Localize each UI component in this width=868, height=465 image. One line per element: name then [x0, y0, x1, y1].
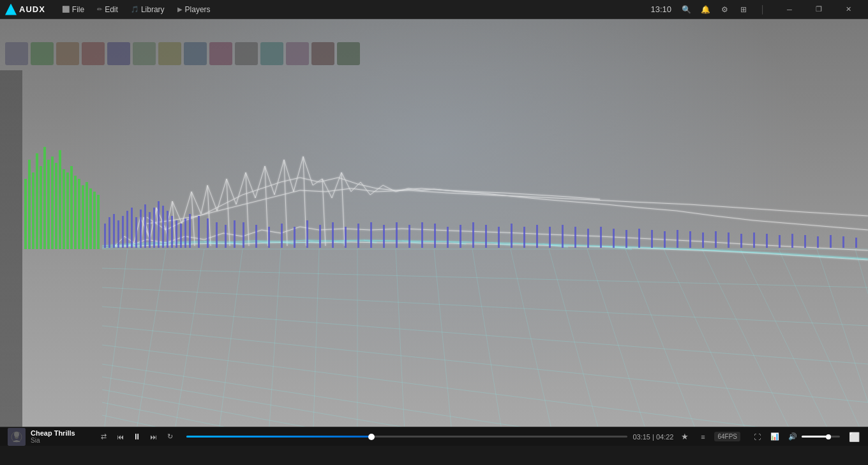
progress-fill [186, 436, 371, 438]
svg-rect-64 [113, 214, 115, 248]
svg-rect-154 [93, 192, 96, 249]
next-button[interactable]: ⏭ [147, 431, 160, 443]
svg-rect-151 [82, 185, 84, 249]
svg-rect-152 [86, 182, 88, 249]
menu-edit[interactable]: ✏ Edit [91, 0, 124, 19]
svg-rect-85 [225, 225, 227, 248]
svg-rect-144 [55, 163, 57, 249]
svg-rect-105 [472, 222, 474, 248]
svg-rect-102 [434, 224, 436, 248]
svg-rect-130 [791, 234, 793, 248]
svg-rect-100 [408, 225, 410, 248]
svg-rect-150 [78, 179, 80, 249]
svg-rect-120 [664, 231, 666, 248]
volume-bar[interactable] [802, 436, 840, 438]
time-display: 03:15 | 04:22 [632, 433, 673, 441]
menu-library[interactable]: 🎵 Library [124, 0, 171, 19]
svg-rect-123 [702, 232, 704, 248]
window-controls: ─ ❐ ✕ [775, 0, 863, 19]
svg-rect-94 [332, 222, 334, 248]
svg-rect-108 [511, 224, 513, 248]
expand-button[interactable]: ⛶ [751, 431, 763, 443]
svg-rect-138 [32, 172, 34, 249]
svg-rect-72 [149, 212, 151, 248]
svg-point-159 [14, 432, 19, 437]
svg-rect-84 [216, 222, 218, 248]
titlebar: AUDX ⬜ File ✏ Edit 🎵 Library ▶ Players 1… [0, 0, 868, 19]
svg-line-40 [227, 179, 230, 246]
menu-players[interactable]: ▶ Players [171, 0, 217, 19]
playback-controls: ⇄ ⏮ ⏸ ⏭ ↻ [97, 431, 176, 443]
menu-file[interactable]: ⬜ File [56, 0, 91, 19]
system-time: 13:10 [650, 4, 671, 14]
settings-button[interactable]: ⚙ [717, 3, 731, 17]
svg-line-26 [625, 249, 702, 446]
svg-rect-75 [162, 206, 164, 248]
svg-rect-98 [383, 225, 385, 248]
svg-rect-62 [104, 224, 106, 248]
volume-fill [802, 436, 828, 438]
svg-rect-129 [779, 235, 781, 248]
volume-area: 🔊 [786, 431, 840, 443]
svg-rect-131 [804, 235, 806, 248]
svg-rect-148 [70, 166, 73, 249]
spectrum-button[interactable]: 📊 [768, 431, 781, 443]
svg-rect-119 [651, 230, 653, 248]
svg-rect-99 [396, 222, 398, 248]
visualization-area: Cheap Thrills Sia ⇄ ⏮ ⏸ ⏭ ↻ 03:15 | 04:2… [0, 19, 868, 446]
svg-rect-109 [523, 227, 525, 248]
svg-rect-147 [66, 172, 69, 249]
svg-rect-136 [24, 179, 27, 249]
svg-rect-97 [370, 222, 372, 248]
svg-rect-74 [158, 201, 160, 248]
divider-line: │ [756, 3, 770, 17]
svg-rect-91 [294, 227, 296, 248]
bell-button[interactable]: 🔔 [698, 3, 712, 17]
favorite-button[interactable]: ★ [678, 431, 691, 443]
3d-wireframe-viz [0, 19, 868, 446]
close-button[interactable]: ✕ [834, 0, 863, 19]
repeat-button[interactable]: ↻ [163, 431, 176, 443]
svg-line-27 [664, 249, 753, 446]
svg-rect-76 [167, 211, 168, 248]
svg-rect-127 [753, 232, 755, 248]
progress-thumb [368, 434, 375, 440]
play-pause-button[interactable]: ⏸ [130, 431, 143, 443]
svg-rect-121 [677, 230, 678, 248]
svg-line-3 [102, 307, 868, 364]
shuffle-button[interactable]: ⇄ [97, 431, 110, 443]
svg-line-46 [341, 172, 345, 246]
queue-button[interactable]: ≡ [696, 431, 709, 443]
track-artist: Sia [31, 437, 82, 444]
svg-rect-122 [689, 231, 691, 248]
volume-button[interactable]: 🔊 [786, 431, 799, 443]
svg-line-21 [434, 249, 453, 446]
svg-line-16 [217, 249, 243, 446]
grid-button[interactable]: ⊞ [737, 3, 751, 17]
svg-rect-141 [43, 147, 46, 249]
svg-rect-140 [40, 166, 42, 249]
svg-line-28 [702, 249, 798, 446]
svg-line-20 [396, 249, 405, 446]
svg-rect-149 [74, 176, 77, 249]
svg-rect-78 [176, 220, 177, 248]
svg-rect-88 [255, 225, 257, 248]
app-name: AUDX [19, 4, 45, 14]
svg-rect-90 [281, 224, 283, 248]
svg-rect-71 [144, 204, 146, 248]
search-button[interactable]: 🔍 [679, 3, 693, 17]
minimize-button[interactable]: ─ [775, 0, 804, 19]
restore-button[interactable]: ❐ [804, 0, 834, 19]
svg-line-25 [587, 249, 651, 446]
svg-line-44 [303, 156, 306, 246]
previous-button[interactable]: ⏮ [114, 431, 126, 443]
svg-line-22 [472, 249, 504, 446]
svg-line-23 [511, 249, 555, 446]
svg-rect-95 [345, 227, 347, 248]
svg-rect-107 [498, 227, 500, 248]
album-art-image [8, 428, 26, 446]
svg-rect-142 [47, 160, 50, 249]
layout-button[interactable]: ⬜ [848, 431, 860, 443]
progress-bar[interactable] [186, 436, 627, 438]
svg-rect-155 [97, 195, 100, 249]
